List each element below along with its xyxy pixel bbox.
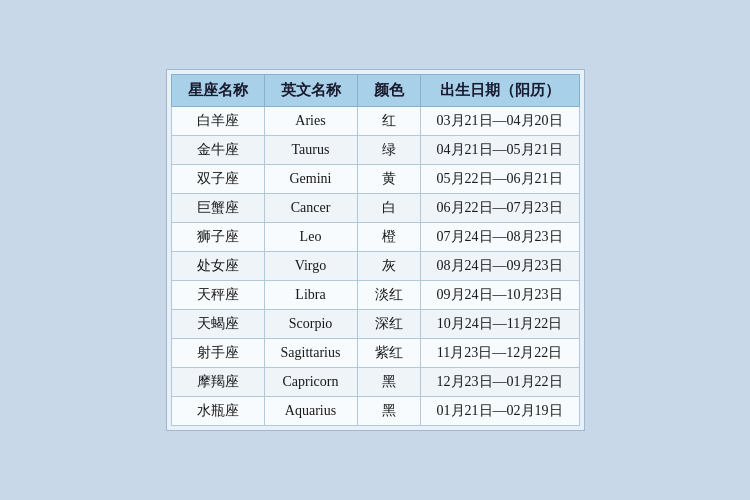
- cell-dates: 04月21日—05月21日: [420, 136, 579, 165]
- cell-color: 橙: [357, 223, 420, 252]
- cell-color: 灰: [357, 252, 420, 281]
- cell-dates: 07月24日—08月23日: [420, 223, 579, 252]
- cell-chinese-name: 狮子座: [171, 223, 264, 252]
- cell-dates: 11月23日—12月22日: [420, 339, 579, 368]
- table-row: 射手座Sagittarius紫红11月23日—12月22日: [171, 339, 579, 368]
- cell-color: 红: [357, 107, 420, 136]
- cell-color: 深红: [357, 310, 420, 339]
- table-row: 天蝎座Scorpio深红10月24日—11月22日: [171, 310, 579, 339]
- cell-dates: 08月24日—09月23日: [420, 252, 579, 281]
- cell-chinese-name: 水瓶座: [171, 397, 264, 426]
- cell-dates: 01月21日—02月19日: [420, 397, 579, 426]
- table-row: 狮子座Leo橙07月24日—08月23日: [171, 223, 579, 252]
- cell-chinese-name: 巨蟹座: [171, 194, 264, 223]
- cell-chinese-name: 金牛座: [171, 136, 264, 165]
- cell-english-name: Sagittarius: [264, 339, 357, 368]
- zodiac-table: 星座名称 英文名称 颜色 出生日期（阳历） 白羊座Aries红03月21日—04…: [171, 74, 580, 426]
- table-row: 天秤座Libra淡红09月24日—10月23日: [171, 281, 579, 310]
- cell-chinese-name: 射手座: [171, 339, 264, 368]
- cell-color: 黄: [357, 165, 420, 194]
- cell-english-name: Libra: [264, 281, 357, 310]
- cell-dates: 10月24日—11月22日: [420, 310, 579, 339]
- cell-english-name: Cancer: [264, 194, 357, 223]
- cell-color: 黑: [357, 397, 420, 426]
- table-row: 处女座Virgo灰08月24日—09月23日: [171, 252, 579, 281]
- cell-color: 淡红: [357, 281, 420, 310]
- cell-english-name: Aries: [264, 107, 357, 136]
- cell-chinese-name: 天蝎座: [171, 310, 264, 339]
- header-chinese-name: 星座名称: [171, 75, 264, 107]
- cell-chinese-name: 天秤座: [171, 281, 264, 310]
- cell-english-name: Virgo: [264, 252, 357, 281]
- cell-chinese-name: 双子座: [171, 165, 264, 194]
- zodiac-table-container: 星座名称 英文名称 颜色 出生日期（阳历） 白羊座Aries红03月21日—04…: [166, 69, 585, 431]
- table-row: 摩羯座Capricorn黑12月23日—01月22日: [171, 368, 579, 397]
- cell-english-name: Scorpio: [264, 310, 357, 339]
- header-dates: 出生日期（阳历）: [420, 75, 579, 107]
- header-color: 颜色: [357, 75, 420, 107]
- header-english-name: 英文名称: [264, 75, 357, 107]
- cell-english-name: Gemini: [264, 165, 357, 194]
- cell-english-name: Taurus: [264, 136, 357, 165]
- cell-chinese-name: 白羊座: [171, 107, 264, 136]
- table-row: 巨蟹座Cancer白06月22日—07月23日: [171, 194, 579, 223]
- cell-color: 黑: [357, 368, 420, 397]
- cell-dates: 03月21日—04月20日: [420, 107, 579, 136]
- table-row: 水瓶座Aquarius黑01月21日—02月19日: [171, 397, 579, 426]
- cell-dates: 09月24日—10月23日: [420, 281, 579, 310]
- cell-english-name: Aquarius: [264, 397, 357, 426]
- cell-color: 绿: [357, 136, 420, 165]
- cell-english-name: Capricorn: [264, 368, 357, 397]
- table-header-row: 星座名称 英文名称 颜色 出生日期（阳历）: [171, 75, 579, 107]
- cell-chinese-name: 摩羯座: [171, 368, 264, 397]
- cell-dates: 05月22日—06月21日: [420, 165, 579, 194]
- cell-english-name: Leo: [264, 223, 357, 252]
- table-row: 白羊座Aries红03月21日—04月20日: [171, 107, 579, 136]
- cell-dates: 12月23日—01月22日: [420, 368, 579, 397]
- cell-dates: 06月22日—07月23日: [420, 194, 579, 223]
- table-row: 金牛座Taurus绿04月21日—05月21日: [171, 136, 579, 165]
- cell-chinese-name: 处女座: [171, 252, 264, 281]
- cell-color: 紫红: [357, 339, 420, 368]
- cell-color: 白: [357, 194, 420, 223]
- table-row: 双子座Gemini黄05月22日—06月21日: [171, 165, 579, 194]
